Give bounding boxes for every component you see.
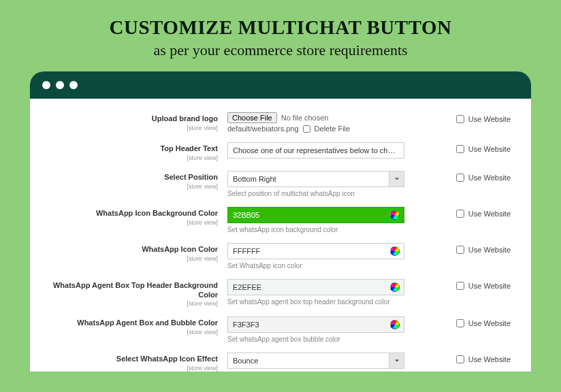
use-website-toggle[interactable]: Use Website — [456, 279, 513, 290]
field-input-col: Choose File No file chosen default/webia… — [227, 112, 404, 133]
use-website-label: Use Website — [468, 282, 511, 290]
use-website-checkbox[interactable] — [456, 115, 464, 123]
field-label-col: Select Position [store view] — [48, 171, 218, 190]
field-helper: Set whatsApp agent box top header backgr… — [227, 298, 404, 306]
color-value: E2EFEE — [233, 283, 261, 291]
color-picker-icon[interactable] — [390, 282, 400, 292]
field-scope: [store view] — [48, 219, 218, 226]
chevron-down-icon — [389, 353, 404, 368]
field-label: WhatsApp Agent Box Top Header Background… — [48, 281, 218, 300]
use-website-checkbox[interactable] — [456, 246, 464, 254]
field-label: WhatsApp Agent Box and Bubble Color — [48, 318, 218, 328]
chevron-down-icon — [389, 172, 404, 186]
field-helper: Set whatsApp agent box bubble color — [227, 336, 404, 343]
color-picker-icon[interactable] — [390, 246, 400, 256]
field-scope: [store view] — [48, 154, 218, 161]
field-scope: [store view] — [48, 329, 218, 336]
row-top-header-text: Top Header Text [store view] Use Website — [48, 142, 513, 161]
field-input-col — [227, 142, 404, 159]
use-website-toggle[interactable]: Use Website — [456, 207, 513, 218]
row-agent-box-bubble: WhatsApp Agent Box and Bubble Color [sto… — [48, 316, 513, 343]
delete-file-checkbox[interactable] — [303, 125, 310, 133]
hero-banner: CUSTOMIZE MULTICHAT BUTTON as per your e… — [0, 0, 561, 59]
use-website-checkbox[interactable] — [456, 282, 464, 290]
field-label: Select Position — [48, 173, 218, 182]
file-status-text: No file chosen — [281, 114, 329, 122]
field-helper: Set whatsApp icon background color — [227, 226, 404, 233]
config-form: Upload brand logo [store view] Choose Fi… — [30, 99, 531, 372]
hero-subtitle: as per your ecommerce store requirements — [0, 42, 561, 59]
color-value: FFFFFF — [233, 247, 260, 255]
field-label: Upload brand logo — [48, 114, 218, 124]
row-icon-bg-color: WhatsApp Icon Background Color [store vi… — [48, 207, 513, 233]
row-icon-effect: Select WhatsApp Icon Effect [store view]… — [48, 353, 513, 372]
field-label-col: WhatsApp Agent Box and Bubble Color [sto… — [48, 316, 218, 336]
use-website-checkbox[interactable] — [456, 319, 464, 327]
window-dot — [56, 81, 64, 89]
field-input-col: Bounce — [227, 353, 404, 369]
field-helper: Set WhatsApp icon color — [227, 262, 404, 270]
field-label-col: Upload brand logo [store view] — [48, 112, 218, 131]
field-label-col: WhatsApp Icon Background Color [store vi… — [48, 207, 218, 226]
field-scope: [store view] — [48, 125, 218, 131]
browser-mock: Upload brand logo [store view] Choose Fi… — [30, 71, 531, 372]
use-website-label: Use Website — [468, 174, 511, 182]
use-website-label: Use Website — [468, 246, 511, 254]
use-website-checkbox[interactable] — [456, 145, 464, 153]
icon-effect-select[interactable]: Bounce — [227, 353, 404, 369]
field-input-col: FFFFFF Set WhatsApp icon color — [227, 243, 404, 270]
row-select-position: Select Position [store view] Bottom Righ… — [48, 171, 513, 197]
use-website-toggle[interactable]: Use Website — [456, 353, 513, 363]
icon-color-input[interactable]: FFFFFF — [227, 243, 404, 259]
use-website-label: Use Website — [468, 319, 511, 327]
use-website-label: Use Website — [468, 145, 511, 153]
row-agent-box-header-bg: WhatsApp Agent Box Top Header Background… — [48, 279, 513, 308]
use-website-toggle[interactable]: Use Website — [456, 142, 513, 153]
window-dot — [42, 81, 50, 89]
browser-titlebar — [30, 71, 531, 99]
current-file-name: default/webiators.png — [227, 125, 299, 133]
field-scope: [store view] — [48, 183, 218, 190]
top-header-text-input[interactable] — [227, 142, 404, 159]
color-picker-icon[interactable] — [390, 320, 400, 329]
use-website-toggle[interactable]: Use Website — [456, 243, 513, 254]
select-value: Bottom Right — [233, 175, 276, 183]
field-input-col: E2EFEE Set whatsApp agent box top header… — [227, 279, 404, 306]
field-label-col: WhatsApp Agent Box Top Header Background… — [48, 279, 218, 308]
agent-box-bubble-input[interactable]: F3F3F3 — [227, 316, 404, 333]
row-icon-color: WhatsApp Icon Color [store view] FFFFFF … — [48, 243, 513, 270]
field-label-col: Select WhatsApp Icon Effect [store view] — [48, 353, 218, 372]
use-website-toggle[interactable]: Use Website — [456, 316, 513, 327]
use-website-label: Use Website — [468, 210, 511, 218]
use-website-checkbox[interactable] — [456, 174, 464, 182]
use-website-label: Use Website — [468, 115, 511, 123]
select-value: Bounce — [233, 357, 258, 365]
field-input-col: F3F3F3 Set whatsApp agent box bubble col… — [227, 316, 404, 343]
agent-box-header-bg-input[interactable]: E2EFEE — [227, 279, 404, 295]
color-picker-icon[interactable] — [390, 210, 400, 220]
field-helper: Select position of multichat whatsApp ic… — [227, 190, 404, 197]
use-website-checkbox[interactable] — [456, 210, 464, 218]
color-value: 32BB05 — [233, 211, 259, 219]
field-scope: [store view] — [48, 300, 218, 307]
choose-file-button[interactable]: Choose File — [227, 112, 277, 123]
use-website-checkbox[interactable] — [456, 355, 464, 363]
use-website-toggle[interactable]: Use Website — [456, 112, 513, 123]
field-label-col: WhatsApp Icon Color [store view] — [48, 243, 218, 262]
use-website-label: Use Website — [468, 355, 511, 363]
field-label: Select WhatsApp Icon Effect — [48, 355, 218, 364]
hero-title: CUSTOMIZE MULTICHAT BUTTON — [0, 16, 561, 39]
window-dot — [69, 81, 78, 89]
use-website-toggle[interactable]: Use Website — [456, 171, 513, 182]
row-upload-logo: Upload brand logo [store view] Choose Fi… — [48, 112, 513, 133]
position-select[interactable]: Bottom Right — [227, 171, 404, 187]
field-scope: [store view] — [48, 365, 218, 372]
field-input-col: 32BB05 Set whatsApp icon background colo… — [227, 207, 404, 233]
field-label: Top Header Text — [48, 144, 218, 154]
color-value: F3F3F3 — [233, 321, 259, 329]
field-label: WhatsApp Icon Color — [48, 245, 218, 255]
delete-file-label: Delete File — [315, 125, 351, 133]
field-input-col: Bottom Right Select position of multicha… — [227, 171, 404, 197]
field-scope: [store view] — [48, 255, 218, 262]
icon-bg-color-input[interactable]: 32BB05 — [227, 207, 404, 223]
